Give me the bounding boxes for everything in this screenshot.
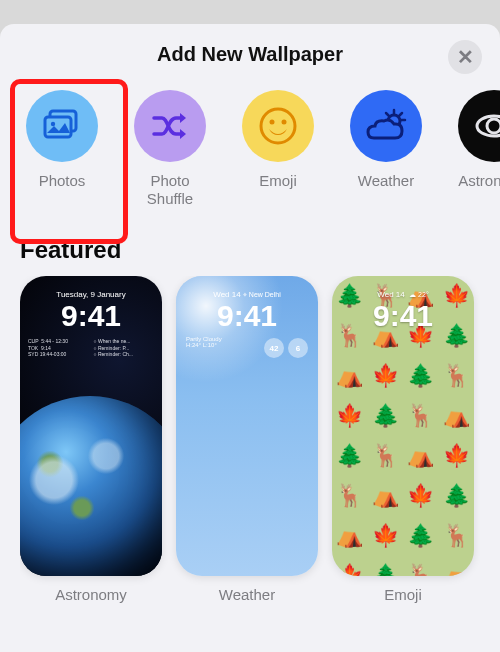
featured-card-emoji[interactable]: 🌲🦌⛺🍁🦌⛺🍁🌲⛺🍁🌲🦌🍁🌲🦌⛺🌲🦌⛺🍁🦌⛺🍁🌲⛺🍁🌲🦌🍁🌲🦌⛺ Wed 14 … [332, 276, 474, 603]
category-label: Weather [358, 172, 414, 208]
featured-label: Astronomy [55, 586, 127, 603]
weather-badges: 42 6 [264, 338, 308, 358]
emoji-cell: 🌲 [372, 403, 399, 429]
category-label: Astronomy [458, 172, 500, 208]
featured-label: Weather [219, 586, 275, 603]
sheet-title: Add New Wallpaper [157, 43, 343, 66]
lock-date: Tuesday, 9 January [20, 290, 162, 299]
lockscreen-overlay: Tuesday, 9 January 9:41 [20, 290, 162, 331]
emoji-cell: 🌲 [443, 483, 470, 509]
close-button[interactable]: ✕ [448, 40, 482, 74]
weather-preview: Wed 14 ⌖ New Delhi 9:41 Partly Cloudy H:… [176, 276, 318, 576]
lock-time: 9:41 [20, 301, 162, 331]
emoji-cell: 🍁 [372, 363, 399, 389]
add-wallpaper-sheet: Add New Wallpaper ✕ Photos [0, 24, 500, 652]
widget-right: ○ When the ne... ○ Reminder: P... ○ Remi… [94, 338, 154, 358]
photos-icon [26, 90, 98, 162]
category-astronomy[interactable]: Astronomy [454, 90, 500, 208]
emoji-cell: ⛺ [443, 563, 470, 576]
emoji-cell: 🌲 [407, 363, 434, 389]
weather-icon [350, 90, 422, 162]
widget-left: CUP 5:44 - 12:30 TOK 9:14 SYD 19:44-03:0… [28, 338, 88, 358]
emoji-cell: 🍁 [372, 523, 399, 549]
lock-date: Wed 14 ⌖ New Delhi [176, 290, 318, 299]
earth-graphic [20, 396, 162, 576]
sheet-header: Add New Wallpaper ✕ [0, 24, 500, 84]
svg-point-11 [487, 119, 500, 133]
emoji-cell: 🌲 [407, 523, 434, 549]
emoji-cell: ⛺ [336, 363, 363, 389]
emoji-cell: 🦌 [407, 403, 434, 429]
featured-label: Emoji [384, 586, 422, 603]
lockscreen-overlay: Wed 14 ⌖ New Delhi 9:41 [176, 290, 318, 331]
svg-point-5 [282, 120, 287, 125]
emoji-cell: 🌲 [372, 563, 399, 576]
svg-point-4 [270, 120, 275, 125]
svg-rect-1 [45, 117, 71, 137]
emoji-cell: 🍁 [407, 483, 434, 509]
astronomy-preview: Tuesday, 9 January 9:41 CUP 5:44 - 12:30… [20, 276, 162, 576]
svg-line-7 [399, 113, 402, 116]
category-emoji[interactable]: Emoji [238, 90, 318, 208]
category-photo-shuffle[interactable]: Photo Shuffle [130, 90, 210, 208]
lock-time: 9:41 [176, 301, 318, 331]
emoji-cell: ⛺ [336, 523, 363, 549]
emoji-cell: ⛺ [372, 483, 399, 509]
close-icon: ✕ [457, 47, 474, 67]
category-label: Emoji [259, 172, 297, 208]
category-row: Photos Photo Shuffle [0, 84, 500, 218]
svg-line-9 [386, 113, 389, 116]
featured-card-weather[interactable]: Wed 14 ⌖ New Delhi 9:41 Partly Cloudy H:… [176, 276, 318, 603]
category-weather[interactable]: Weather [346, 90, 426, 208]
emoji-icon [242, 90, 314, 162]
shuffle-icon [134, 90, 206, 162]
emoji-cell: 🍁 [336, 563, 363, 576]
emoji-cell: 🦌 [336, 483, 363, 509]
emoji-cell: 🌲 [336, 443, 363, 469]
featured-card-astronomy[interactable]: Tuesday, 9 January 9:41 CUP 5:44 - 12:30… [20, 276, 162, 603]
emoji-cell: ⛺ [443, 403, 470, 429]
lock-time: 9:41 [332, 301, 474, 331]
emoji-cell: 🦌 [372, 443, 399, 469]
emoji-cell: 🦌 [443, 523, 470, 549]
uv-badge: 6 [288, 338, 308, 358]
emoji-cell: 🍁 [336, 403, 363, 429]
featured-cards: Tuesday, 9 January 9:41 CUP 5:44 - 12:30… [20, 276, 480, 603]
svg-point-3 [261, 109, 295, 143]
lockscreen-overlay: Wed 14 ☁ 22° 9:41 [332, 290, 474, 331]
featured-heading: Featured [20, 236, 480, 264]
lock-date: Wed 14 ☁ 22° [332, 290, 474, 299]
category-label: Photos [39, 172, 86, 208]
aqi-badge: 42 [264, 338, 284, 358]
svg-point-2 [51, 122, 55, 126]
emoji-cell: 🦌 [407, 563, 434, 576]
weather-subtext: Partly Cloudy H:24° L:10° [186, 336, 222, 348]
lock-widgets: CUP 5:44 - 12:30 TOK 9:14 SYD 19:44-03:0… [28, 338, 154, 358]
category-photos[interactable]: Photos [22, 90, 102, 208]
featured-section: Featured Tuesday, 9 January 9:41 CUP 5:4… [0, 218, 500, 603]
lock-temp: ☁ 22° [409, 291, 429, 298]
category-label: Photo Shuffle [130, 172, 210, 208]
emoji-cell: 🍁 [443, 443, 470, 469]
lock-location: ⌖ New Delhi [243, 291, 281, 298]
astronomy-icon [458, 90, 500, 162]
emoji-preview: 🌲🦌⛺🍁🦌⛺🍁🌲⛺🍁🌲🦌🍁🌲🦌⛺🌲🦌⛺🍁🦌⛺🍁🌲⛺🍁🌲🦌🍁🌲🦌⛺ Wed 14 … [332, 276, 474, 576]
emoji-cell: ⛺ [407, 443, 434, 469]
emoji-cell: 🦌 [443, 363, 470, 389]
